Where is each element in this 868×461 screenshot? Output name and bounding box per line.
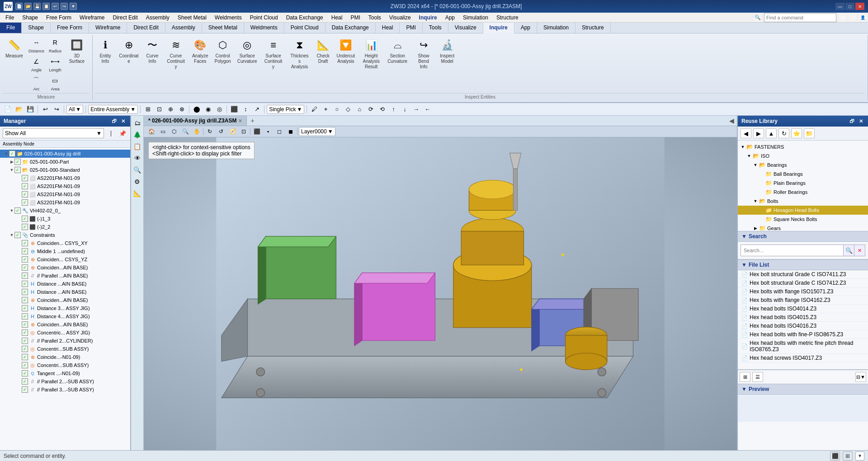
new-icon[interactable]: 📄 (15, 3, 23, 10)
tree-item-c11[interactable]: ✓ ⊕ Coinciden...AIN BASE) (0, 320, 130, 329)
tool-btn10[interactable]: → (411, 105, 421, 114)
view-grid-btn[interactable]: ⊞ (740, 372, 750, 382)
tab-direct-edit[interactable]: Direct Edit (127, 23, 165, 33)
search-section-header[interactable]: ▼ Search (738, 231, 868, 242)
tab-sheet-metal[interactable]: Sheet Metal (202, 23, 244, 33)
tool-btn4[interactable]: ◇ (343, 105, 353, 114)
cb-c10[interactable]: ✓ (22, 313, 28, 320)
cb-c8[interactable]: ✓ (22, 297, 28, 303)
search-input[interactable] (741, 245, 843, 256)
tree-item-part1[interactable]: ▶ ✓ 📁 025-001-000-Part (0, 158, 130, 166)
tree-item-vh[interactable]: ▼ ✓ 🔧 VH402-02_0_ (0, 207, 130, 215)
tab-shape[interactable]: Shape (22, 23, 51, 33)
undercut-analysis-button[interactable]: 🔽 UndercutAnalysis (334, 36, 358, 66)
viewport-3d[interactable]: <right-click> for context-sensitive opti… (144, 137, 737, 450)
file-list-section-header[interactable]: ▼ File List (738, 259, 868, 270)
menu-pmi[interactable]: PMI (347, 14, 363, 22)
toggle-bearings[interactable]: ▼ (752, 163, 759, 167)
reuse-fasteners[interactable]: ▼ 📂 FASTENERS (738, 142, 868, 151)
tool-btn1[interactable]: 🖊 (309, 105, 319, 114)
cb-std[interactable]: ✓ (14, 167, 21, 173)
tree-item-c12[interactable]: ✓ ◎ Concentric... ASSY JIG) (0, 329, 130, 337)
tool-btn9[interactable]: ↓ (400, 105, 410, 114)
tool-btn7[interactable]: ⟲ (377, 105, 387, 114)
toolbar-undo[interactable]: ↩ (40, 105, 50, 114)
toggle-part1[interactable]: ▶ (9, 160, 14, 164)
cb-c1[interactable]: ✓ (22, 240, 28, 246)
menu-assembly[interactable]: Assembly (142, 14, 173, 22)
vt-home[interactable]: 🏠 (146, 127, 156, 136)
toggle-gears[interactable]: ▶ (752, 226, 759, 230)
command-search-input[interactable] (764, 13, 836, 22)
clear-search-button[interactable]: ✕ (854, 245, 865, 256)
restore-button[interactable]: □ (845, 3, 854, 10)
tab-inquire[interactable]: Inquire (483, 23, 514, 33)
menu-structure[interactable]: Structure (493, 14, 522, 22)
cb-c13[interactable]: ✓ (22, 338, 28, 344)
tab-file[interactable]: File (0, 23, 22, 33)
pin-icon-btn[interactable]: 📌 (118, 129, 127, 138)
measure-button[interactable]: 📏 Measure (3, 36, 26, 61)
tab-tools[interactable]: Tools (423, 23, 448, 33)
redo-icon[interactable]: ↪ (61, 3, 68, 10)
reuse-up-btn[interactable]: ▲ (766, 128, 777, 138)
tree-item-constraints[interactable]: ▼ ✓ 📎 Constraints (0, 231, 130, 239)
reuse-restore-icon[interactable]: 🗗 (848, 118, 855, 125)
reuse-bolts[interactable]: ▼ 📂 Bolts (738, 197, 868, 206)
cb-c18[interactable]: ✓ (22, 378, 28, 385)
section-curvature-button[interactable]: ⌓ SectionCurvature (385, 36, 410, 66)
distance-button[interactable]: ↔ Distance (27, 36, 46, 55)
help-icon[interactable]: ? (849, 14, 856, 21)
cb-c16[interactable]: ✓ (22, 362, 28, 368)
tab-app[interactable]: App (514, 23, 537, 33)
side-icon-1[interactable]: 🗂 (132, 118, 143, 128)
tab-visualize[interactable]: Visualize (448, 23, 483, 33)
menu-data-exchange[interactable]: Data Exchange (283, 14, 327, 22)
toggle-root[interactable]: ▼ (4, 151, 9, 156)
tree-item-as3[interactable]: ✓ ⬜ AS2201FM-N01-09 (0, 190, 130, 198)
vt-select[interactable]: ⊡ (239, 127, 249, 136)
side-icon-7[interactable]: 📐 (132, 188, 143, 199)
toggle-std[interactable]: ▼ (9, 168, 14, 172)
toolbar-new[interactable]: 📄 (3, 105, 13, 114)
undo-icon[interactable]: ↩ (52, 3, 59, 10)
file-item-3[interactable]: 📄 Hex bolts with flange ISO4162.Z3 (738, 296, 868, 305)
vt-rotate2[interactable]: ↺ (216, 127, 226, 136)
vt-front[interactable]: ▭ (158, 127, 168, 136)
cb-c19[interactable]: ✓ (22, 386, 28, 393)
side-icon-5[interactable]: 🔍 (132, 165, 143, 175)
analyze-faces-button[interactable]: 🎨 AnalyzeFaces (189, 36, 211, 66)
tree-item-c13[interactable]: ✓ // // Parallel 2...CYLINDER) (0, 337, 130, 345)
tool-btn2[interactable]: ⌖ (321, 105, 330, 114)
tab-assembly[interactable]: Assembly (165, 23, 202, 33)
assembly-dropdown[interactable]: Entire Assembly ▼ (88, 105, 138, 114)
preview-section-header[interactable]: ▼ Preview (738, 384, 868, 395)
minimize-button[interactable]: — (835, 3, 844, 10)
toolbar-save[interactable]: 💾 (25, 105, 35, 114)
reuse-ball-bearings[interactable]: 📁 Ball Bearings (738, 169, 868, 179)
tree-item-c18[interactable]: ✓ // // Parallel 2...-SUB ASSY) (0, 377, 130, 386)
vt-zoom[interactable]: 🔍 (180, 127, 190, 136)
user-icon[interactable]: 👤 (859, 14, 866, 21)
file-item-6[interactable]: 📄 Hex head bolts ISO4016.Z3 (738, 322, 868, 330)
file-item-5[interactable]: 📄 Hex head bolts ISO4015.Z3 (738, 313, 868, 322)
toolbar-open[interactable]: 📂 (14, 105, 24, 114)
file-item-1[interactable]: 📄 Hex bolt structural Grade C ISO7412.Z3 (738, 279, 868, 287)
tree-item-std[interactable]: ▼ ✓ 📂 025-001-000-Standard (0, 166, 130, 174)
menu-shape[interactable]: Shape (19, 14, 42, 22)
toggle-cstr[interactable]: ▼ (9, 233, 14, 237)
radius-button[interactable]: R Radius (47, 36, 63, 55)
vt-rotate[interactable]: ↻ (205, 127, 215, 136)
reuse-close-icon[interactable]: ✕ (857, 118, 864, 125)
vt-nav[interactable]: 🧭 (227, 127, 237, 136)
reuse-roller-bearings[interactable]: 📁 Roller Bearings (738, 188, 868, 197)
cb-c17[interactable]: ✓ (22, 370, 28, 376)
layer-dropdown[interactable]: Layer0000 ▼ (299, 127, 335, 136)
view-list-btn[interactable]: ☰ (752, 372, 763, 382)
tree-item-c1[interactable]: ✓ ⊕ Coinciden... CSYS_XY (0, 239, 130, 247)
snap-btn2[interactable]: ⊡ (154, 105, 164, 114)
menu-freeform[interactable]: Free Form (42, 14, 75, 22)
tree-item-root[interactable]: ▼ ✓ 📁 026-001-000-Assy jig drill (0, 150, 130, 158)
viewport-add-tab[interactable]: + (247, 116, 258, 126)
tree-item-c9[interactable]: ✓ H Distance 3... ASSY JIG) (0, 304, 130, 312)
